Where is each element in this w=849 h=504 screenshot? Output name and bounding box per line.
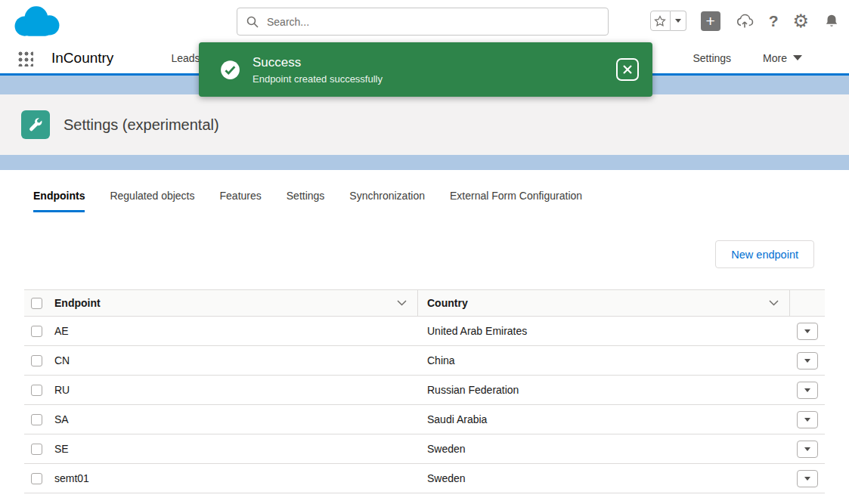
row-checkbox-cell: [24, 414, 48, 425]
row-checkbox[interactable]: [31, 444, 42, 455]
global-search[interactable]: [237, 8, 609, 36]
nav-tab-settings[interactable]: Settings: [693, 52, 732, 64]
salesforce-logo[interactable]: [11, 3, 64, 42]
nav-right-tabs: Settings More: [693, 52, 849, 64]
row-actions-button[interactable]: [797, 441, 818, 458]
select-all-checkbox[interactable]: [31, 298, 42, 309]
app-name: InCountry: [51, 50, 113, 66]
country-column-header[interactable]: Country: [418, 290, 790, 316]
row-actions-button[interactable]: [797, 470, 818, 487]
tab-regulated-objects[interactable]: Regulated objects: [110, 190, 194, 212]
chevron-down-icon: [793, 55, 802, 60]
row-actions-button[interactable]: [797, 411, 818, 428]
toast-message: Endpoint created successfully: [253, 73, 383, 85]
endpoint-cell: AE: [48, 325, 418, 337]
row-actions-cell: [790, 470, 825, 487]
table-row: AE United Arab Emirates: [24, 317, 825, 346]
star-icon: [654, 15, 666, 27]
bell-icon: [823, 13, 840, 29]
nav-tab-leads[interactable]: Leads: [171, 52, 200, 64]
question-icon: ?: [769, 12, 779, 30]
endpoint-cell: RU: [48, 384, 418, 396]
chevron-down-icon: [804, 388, 810, 392]
upload-cloud-icon: [735, 12, 754, 30]
country-cell: Sweden: [418, 472, 790, 484]
select-all-cell: [24, 298, 48, 309]
tab-synchronization[interactable]: Synchronization: [349, 190, 425, 212]
row-checkbox[interactable]: [31, 326, 42, 337]
tab-external-form-configuration[interactable]: External Form Configuration: [450, 190, 582, 212]
tab-settings[interactable]: Settings: [287, 190, 325, 212]
tab-features[interactable]: Features: [220, 190, 262, 212]
country-sort-button[interactable]: [769, 300, 779, 306]
row-actions-button[interactable]: [797, 382, 818, 399]
new-endpoint-button[interactable]: New endpoint: [715, 240, 814, 268]
endpoint-sort-button[interactable]: [397, 300, 407, 306]
endpoint-header-label: Endpoint: [54, 297, 101, 309]
nav-tab-more[interactable]: More: [763, 52, 802, 64]
toast-close-button[interactable]: [616, 58, 639, 81]
table-row: RU Russian Federation: [24, 376, 825, 405]
notifications-button[interactable]: [823, 13, 840, 29]
upload-cloud-button[interactable]: [735, 12, 754, 30]
search-icon: [246, 16, 259, 28]
favorites-button[interactable]: [650, 11, 671, 31]
row-checkbox-cell: [24, 355, 48, 366]
country-cell: China: [418, 354, 790, 366]
chevron-down-icon: [804, 447, 810, 451]
row-checkbox[interactable]: [31, 385, 42, 396]
help-button[interactable]: ?: [769, 12, 779, 30]
chevron-down-icon: [804, 329, 810, 333]
endpoint-column-header[interactable]: Endpoint: [48, 290, 418, 316]
setup-button[interactable]: ⚙: [792, 12, 809, 30]
page-header: Settings (experimental): [0, 94, 849, 155]
row-checkbox[interactable]: [31, 473, 42, 484]
country-cell: United Arab Emirates: [418, 325, 790, 337]
row-actions-button[interactable]: [797, 352, 818, 369]
row-checkbox-cell: [24, 473, 48, 484]
row-actions-cell: [790, 323, 825, 340]
plus-icon: +: [706, 13, 715, 29]
main-card: Endpoints Regulated objects Features Set…: [0, 170, 849, 504]
app-launcher-button[interactable]: [17, 50, 33, 66]
wrench-icon: [27, 116, 44, 133]
cloud-logo-icon: [11, 3, 64, 39]
table-row: SA Saudi Arabia: [24, 405, 825, 434]
row-checkbox-cell: [24, 444, 48, 455]
chevron-down-icon: [675, 19, 681, 23]
tab-endpoints[interactable]: Endpoints: [33, 190, 85, 212]
country-cell: Russian Federation: [418, 384, 790, 396]
row-checkbox[interactable]: [31, 355, 42, 366]
endpoint-cell: CN: [48, 354, 418, 366]
settings-icon-tile: [21, 110, 50, 139]
global-add-button[interactable]: +: [701, 11, 720, 31]
row-actions-cell: [790, 411, 825, 428]
table-actions: New endpoint: [0, 212, 849, 268]
table-row: CN China: [24, 346, 825, 376]
table-row: semt01 Sweden: [24, 464, 825, 493]
table-header-row: Endpoint Country: [24, 290, 825, 317]
gear-icon: ⚙: [792, 12, 809, 30]
success-toast: Success Endpoint created successfully: [199, 42, 652, 97]
row-checkbox-cell: [24, 326, 48, 337]
close-icon: [622, 64, 633, 75]
chevron-down-icon: [804, 418, 810, 422]
more-label: More: [763, 52, 787, 64]
row-actions-button[interactable]: [797, 323, 818, 340]
toast-title: Success: [253, 55, 383, 70]
country-header-label: Country: [427, 297, 468, 309]
chevron-down-icon: [804, 359, 810, 363]
chevron-down-icon: [397, 300, 407, 306]
row-checkbox[interactable]: [31, 414, 42, 425]
favorites-dropdown-button[interactable]: [671, 11, 686, 31]
success-check-icon: [220, 60, 240, 80]
endpoint-cell: semt01: [48, 472, 418, 484]
search-input[interactable]: [265, 15, 599, 29]
row-checkbox-cell: [24, 385, 48, 396]
global-header: + ? ⚙: [0, 0, 849, 42]
chevron-down-icon: [804, 477, 810, 481]
row-actions-cell: [790, 352, 825, 369]
endpoint-cell: SE: [48, 443, 418, 455]
utility-icons: + ? ⚙: [650, 11, 840, 31]
table-row: SE Sweden: [24, 434, 825, 464]
